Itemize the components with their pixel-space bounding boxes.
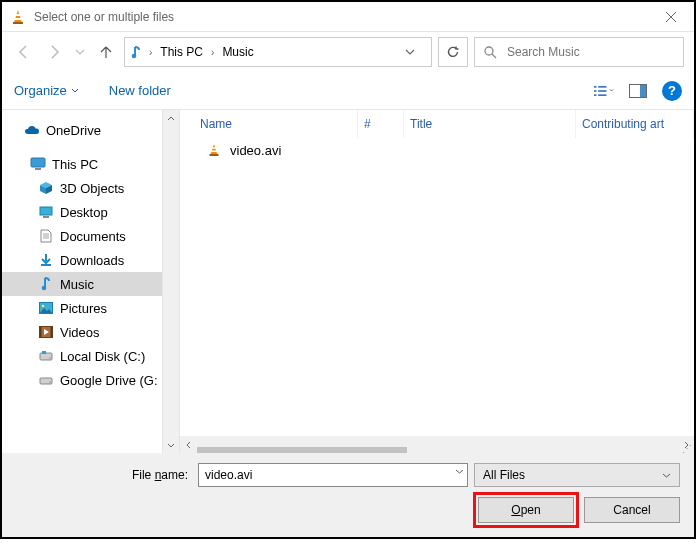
scroll-track[interactable]: [163, 127, 179, 436]
svg-rect-33: [210, 154, 219, 156]
breadcrumb-music[interactable]: Music: [218, 43, 257, 61]
tree-music[interactable]: Music: [2, 272, 162, 296]
cancel-button[interactable]: Cancel: [584, 497, 680, 523]
vlc-cone-icon: [206, 142, 222, 158]
chevron-down-icon: [71, 87, 79, 95]
filename-label: File name:: [16, 468, 192, 482]
svg-point-19: [42, 286, 47, 291]
tree-pictures[interactable]: Pictures: [2, 296, 162, 320]
tree-downloads[interactable]: Downloads: [2, 248, 162, 272]
tree-thispc[interactable]: This PC: [2, 152, 162, 176]
search-input[interactable]: [505, 44, 675, 60]
col-contributing[interactable]: Contributing art: [576, 110, 694, 138]
chevron-right-icon: ›: [147, 47, 154, 58]
desktop-icon: [38, 204, 54, 220]
scroll-thumb[interactable]: [197, 447, 407, 454]
svg-rect-28: [40, 378, 52, 384]
svg-rect-31: [212, 147, 216, 149]
open-button[interactable]: Open: [478, 497, 574, 523]
tree-label: Downloads: [60, 253, 124, 268]
tree-onedrive[interactable]: OneDrive: [2, 118, 162, 142]
filename-input[interactable]: [198, 463, 468, 487]
organize-menu[interactable]: Organize: [14, 83, 79, 98]
tree-videos[interactable]: Videos: [2, 320, 162, 344]
svg-rect-13: [640, 85, 646, 97]
tree-localdisk[interactable]: Local Disk (C:): [2, 344, 162, 368]
download-icon: [38, 252, 54, 268]
computer-icon: [30, 156, 46, 172]
svg-rect-6: [594, 86, 597, 88]
scroll-left-button[interactable]: [180, 436, 197, 453]
svg-rect-3: [13, 22, 23, 24]
tree-documents[interactable]: Documents: [2, 224, 162, 248]
new-folder-button[interactable]: New folder: [109, 83, 171, 98]
navbar: › This PC › Music: [2, 32, 694, 72]
tree-label: Documents: [60, 229, 126, 244]
svg-point-4: [132, 54, 137, 59]
recent-dropdown[interactable]: [72, 40, 88, 64]
svg-point-29: [49, 381, 51, 383]
address-bar[interactable]: › This PC › Music: [124, 37, 432, 67]
svg-rect-1: [15, 14, 20, 16]
tree-desktop[interactable]: Desktop: [2, 200, 162, 224]
file-list-body[interactable]: video.avi: [180, 138, 694, 436]
chevron-right-icon: ›: [209, 47, 216, 58]
col-title[interactable]: Title: [404, 110, 576, 138]
svg-rect-16: [40, 207, 52, 215]
scroll-down-button[interactable]: [163, 436, 179, 453]
filter-label: All Files: [483, 468, 525, 482]
file-open-dialog: Select one or multiple files › This PC ›…: [0, 0, 696, 539]
tree-label: Videos: [60, 325, 100, 340]
search-icon: [483, 45, 497, 59]
column-headers: Name # Title Contributing art: [180, 110, 694, 138]
tree-label: Music: [60, 277, 94, 292]
tree-googledrive[interactable]: Google Drive (G:: [2, 368, 162, 392]
organize-label: Organize: [14, 83, 67, 98]
col-number[interactable]: #: [358, 110, 404, 138]
col-name[interactable]: Name: [194, 110, 358, 138]
address-dropdown[interactable]: [405, 47, 427, 57]
svg-marker-30: [211, 144, 218, 154]
close-button[interactable]: [648, 2, 694, 32]
toolbar: Organize New folder ?: [2, 72, 694, 110]
folder-tree[interactable]: OneDrive This PC 3D Objects Desktop Docu…: [2, 110, 162, 453]
tree-3dobjects[interactable]: 3D Objects: [2, 176, 162, 200]
body-area: OneDrive This PC 3D Objects Desktop Docu…: [2, 110, 694, 453]
breadcrumb-thispc[interactable]: This PC: [156, 43, 207, 61]
cube-icon: [38, 180, 54, 196]
svg-rect-11: [598, 94, 606, 96]
scroll-up-button[interactable]: [163, 110, 179, 127]
horizontal-scrollbar[interactable]: [180, 436, 694, 453]
back-button[interactable]: [12, 40, 36, 64]
svg-rect-14: [31, 158, 45, 167]
tree-label: 3D Objects: [60, 181, 124, 196]
drive-icon: [38, 348, 54, 364]
preview-pane-button[interactable]: [628, 81, 648, 101]
file-row[interactable]: video.avi: [180, 138, 694, 162]
refresh-button[interactable]: [438, 37, 468, 67]
svg-rect-27: [42, 351, 46, 354]
forward-button[interactable]: [42, 40, 66, 64]
titlebar: Select one or multiple files: [2, 2, 694, 32]
document-icon: [38, 228, 54, 244]
view-mode-button[interactable]: [594, 81, 614, 101]
tree-label: Pictures: [60, 301, 107, 316]
svg-rect-17: [43, 216, 49, 218]
svg-rect-15: [35, 168, 41, 170]
svg-rect-32: [211, 150, 217, 152]
drive-icon: [38, 372, 54, 388]
svg-rect-25: [40, 353, 52, 360]
up-button[interactable]: [94, 40, 118, 64]
search-box[interactable]: [474, 37, 684, 67]
help-button[interactable]: ?: [662, 81, 682, 101]
pictures-icon: [38, 300, 54, 316]
chevron-down-icon: [662, 471, 671, 480]
file-list: Name # Title Contributing art video.avi: [179, 110, 694, 453]
svg-rect-7: [598, 86, 606, 88]
tree-label: Desktop: [60, 205, 108, 220]
tree-scrollbar[interactable]: [162, 110, 179, 453]
svg-rect-2: [15, 18, 22, 20]
cloud-icon: [24, 122, 40, 138]
filetype-filter[interactable]: All Files: [474, 463, 680, 487]
vlc-cone-icon: [10, 9, 26, 25]
